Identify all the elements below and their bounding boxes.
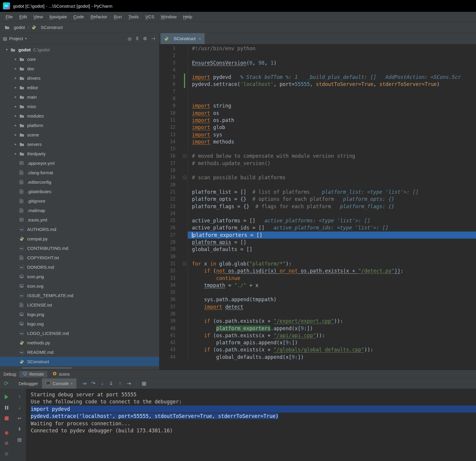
- code-line-34[interactable]: 34 tmppath = "./" + x: [159, 282, 476, 289]
- code-line-31[interactable]: 31−for x in glob.glob("platform/*"):: [159, 260, 476, 267]
- code-line-15[interactable]: 15: [159, 145, 476, 152]
- code-line-35[interactable]: 35: [159, 289, 476, 296]
- code-line-40[interactable]: 40 platform_exporters.append(x[9:]): [159, 325, 476, 332]
- stop-button[interactable]: [3, 415, 10, 422]
- tree-item--gitattributes[interactable]: .gitattributes: [0, 187, 159, 196]
- tree-item-thirdparty[interactable]: ▸thirdparty: [0, 149, 159, 158]
- fold-marker-icon[interactable]: −: [183, 262, 186, 265]
- tree-item-logo-license-md[interactable]: MDLOGO_LICENSE.md: [0, 328, 159, 338]
- tree-item--clang-format[interactable]: .clang-format: [0, 168, 159, 177]
- code-line-20[interactable]: 20: [159, 181, 476, 188]
- tree-item-contributing-md[interactable]: MDCONTRIBUTING.md: [0, 243, 159, 253]
- breadcrumb-sconstruct[interactable]: SConstruct: [32, 25, 63, 30]
- code-line-9[interactable]: 9import string: [159, 102, 476, 109]
- code-line-10[interactable]: 10import os: [159, 110, 476, 117]
- tree-item-doc[interactable]: ▸doc: [0, 64, 159, 73]
- code-line-39[interactable]: 39 if (os.path.exists(x + "/export/expor…: [159, 317, 476, 325]
- code-line-13[interactable]: 13import sys: [159, 131, 476, 138]
- tree-item-readme-md[interactable]: MDREADME.md: [0, 347, 159, 357]
- menu-view[interactable]: View: [30, 13, 46, 20]
- code-line-19[interactable]: 19−# scan possible build platforms: [159, 174, 476, 181]
- code-line-1[interactable]: 1#!/usr/bin/env python: [159, 45, 476, 52]
- code-line-30[interactable]: 30: [159, 253, 476, 260]
- code-line-21[interactable]: 21platform_list = [] # list of platforms…: [159, 188, 476, 196]
- debug-session-tab-scons[interactable]: scons: [49, 371, 73, 377]
- debug-tab-debugger[interactable]: Debugger: [15, 378, 42, 389]
- console-line[interactable]: import pydevd: [31, 405, 476, 413]
- print-console-button[interactable]: ▤: [16, 436, 23, 443]
- chevron-right-icon[interactable]: ▸: [12, 95, 19, 99]
- tree-item-issue-template-md[interactable]: MDISSUE_TEMPLATE.md: [0, 291, 159, 300]
- locate-file-button[interactable]: ◎: [128, 36, 131, 41]
- tree-item-methods-py[interactable]: methods.py: [0, 338, 159, 347]
- code-line-41[interactable]: 41 if (os.path.exists(x + "/api/api.cpp"…: [159, 332, 476, 339]
- menu-code[interactable]: Code: [70, 13, 87, 20]
- tree-item-copyright-txt[interactable]: COPYRIGHT.txt: [0, 253, 159, 262]
- console-line[interactable]: Connected to pydev debugger (build 173.4…: [31, 427, 476, 434]
- chevron-right-icon[interactable]: ▸: [12, 133, 19, 137]
- chevron-right-icon[interactable]: ▸: [12, 57, 19, 61]
- tree-item-scene[interactable]: ▸scene: [0, 130, 159, 139]
- tree-item-editor[interactable]: ▸editor: [0, 83, 159, 92]
- tree-item-drivers[interactable]: ▸drivers: [0, 73, 159, 83]
- tree-root-godot[interactable]: ▾godotC:\godot: [0, 45, 159, 54]
- code-line-24[interactable]: 24: [159, 210, 476, 217]
- code-line-12[interactable]: 12import glob: [159, 124, 476, 131]
- tree-item-license-txt[interactable]: LICENSE.txt: [0, 300, 159, 309]
- scroll-to-end-button[interactable]: ⇟: [16, 425, 23, 432]
- menu-refactor[interactable]: Refactor: [87, 13, 110, 20]
- code-line-33[interactable]: 33 continue: [159, 275, 476, 282]
- fold-marker-icon[interactable]: −: [183, 176, 186, 179]
- code-line-29[interactable]: 29global_defaults = []: [159, 246, 476, 253]
- chevron-right-icon[interactable]: ▸: [12, 85, 19, 89]
- tree-item-logo-svg[interactable]: logo.svg: [0, 319, 159, 328]
- console-line[interactable]: Starting debug server at port 55555: [31, 391, 476, 398]
- fold-marker-icon[interactable]: −: [183, 154, 186, 158]
- restore-layout-button[interactable]: ▦: [140, 380, 148, 387]
- chevron-down-icon[interactable]: ▾: [3, 48, 11, 52]
- code-line-11[interactable]: 11import os.path: [159, 117, 476, 124]
- console-line[interactable]: Use the following code to connect to the…: [31, 398, 476, 405]
- down-stack-frame-button[interactable]: ↓: [16, 404, 23, 411]
- tree-item--mailmap[interactable]: .mailmap: [0, 206, 159, 215]
- code-line-37[interactable]: 37 import detect: [159, 303, 476, 310]
- tree-item-icon-svg[interactable]: icon.svg: [0, 281, 159, 291]
- code-line-22[interactable]: 22platform_opts = {} # options for each …: [159, 196, 476, 203]
- code-line-6[interactable]: 6pydevd.settrace('localhost', port=55555…: [159, 81, 476, 88]
- tree-item-authors-md[interactable]: MDAUTHORS.md: [0, 224, 159, 234]
- chevron-right-icon[interactable]: ▸: [12, 114, 19, 118]
- menu-file[interactable]: File: [2, 13, 16, 20]
- tree-item--travis-yml[interactable]: .travis.yml: [0, 215, 159, 224]
- prohibit-icon[interactable]: ⊘: [3, 450, 10, 457]
- console-line[interactable]: pydevd.settrace('localhost', port=55555,…: [31, 413, 476, 420]
- code-line-16[interactable]: 16−# moved below to compensate with modu…: [159, 152, 476, 159]
- code-line-42[interactable]: 42 platform_apis.append(x[9:]): [159, 339, 476, 346]
- code-line-18[interactable]: 18: [159, 167, 476, 174]
- code-line-2[interactable]: 2: [159, 52, 476, 59]
- breadcrumb-godot[interactable]: godot: [5, 25, 25, 30]
- tree-item-icon-png[interactable]: icon.png: [0, 272, 159, 281]
- tree-item-core[interactable]: ▸core: [0, 54, 159, 64]
- tree-item-main[interactable]: ▸main: [0, 92, 159, 102]
- code-line-23[interactable]: 23platform_flags = {} # flags for each p…: [159, 203, 476, 210]
- tree-item--appveyor-yml[interactable]: .appveyor.yml: [0, 158, 159, 168]
- code-line-17[interactable]: 17# methods.update_version(): [159, 160, 476, 167]
- hide-panel-button[interactable]: ⊣: [151, 36, 155, 41]
- resume-button[interactable]: [3, 393, 10, 400]
- force-step-into-button[interactable]: ⇓: [107, 380, 115, 387]
- menu-window[interactable]: Window: [158, 13, 180, 20]
- code-line-4[interactable]: 4: [159, 66, 476, 74]
- mute-breakpoints-button[interactable]: ⊘: [3, 439, 10, 447]
- chevron-right-icon[interactable]: ▸: [12, 66, 19, 71]
- close-tab-icon[interactable]: ×: [198, 36, 201, 41]
- code-line-44[interactable]: 44 global_defaults.append(x[9:]): [159, 354, 476, 361]
- code-line-3[interactable]: 3EnsureSConsVersion(0, 98, 1): [159, 59, 476, 66]
- code-line-8[interactable]: 8: [159, 95, 476, 102]
- code-line-32[interactable]: 32 if (not os.path.isdir(x) or not os.pa…: [159, 267, 476, 274]
- code-line-25[interactable]: 25active_platforms = [] active_platforms…: [159, 217, 476, 224]
- chevron-right-icon[interactable]: ▸: [12, 123, 19, 127]
- settings-gear-button[interactable]: ⚙: [143, 36, 147, 41]
- tree-item-sconstruct[interactable]: SConstruct: [0, 357, 159, 366]
- code-line-28[interactable]: 28platform_apis = []: [159, 239, 476, 246]
- tree-item--gitignore[interactable]: .gitignore: [0, 196, 159, 206]
